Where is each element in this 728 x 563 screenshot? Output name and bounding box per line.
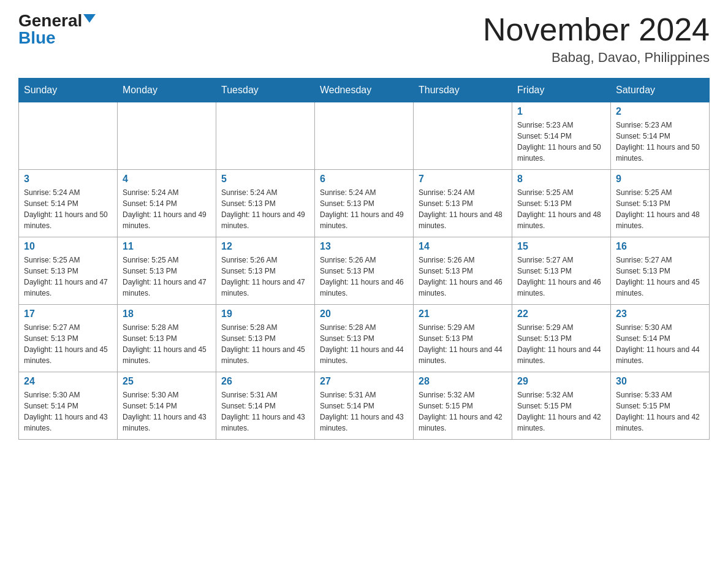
day-number: 4 — [123, 174, 211, 185]
day-number: 20 — [320, 308, 408, 320]
calendar-cell — [216, 102, 315, 170]
day-number: 15 — [517, 241, 605, 252]
day-info: Sunrise: 5:24 AM Sunset: 5:13 PM Dayligh… — [221, 187, 309, 231]
day-info: Sunrise: 5:23 AM Sunset: 5:14 PM Dayligh… — [517, 120, 605, 164]
calendar-cell: 2Sunrise: 5:23 AM Sunset: 5:14 PM Daylig… — [611, 102, 710, 170]
day-number: 21 — [419, 308, 507, 320]
day-number: 6 — [320, 174, 408, 185]
calendar-cell: 23Sunrise: 5:30 AM Sunset: 5:14 PM Dayli… — [611, 305, 710, 372]
day-info: Sunrise: 5:28 AM Sunset: 5:13 PM Dayligh… — [221, 322, 309, 366]
day-number: 26 — [221, 376, 309, 387]
calendar-cell: 12Sunrise: 5:26 AM Sunset: 5:13 PM Dayli… — [216, 237, 315, 305]
calendar-cell: 5Sunrise: 5:24 AM Sunset: 5:13 PM Daylig… — [216, 170, 315, 237]
day-info: Sunrise: 5:24 AM Sunset: 5:14 PM Dayligh… — [24, 187, 112, 231]
day-number: 14 — [419, 241, 507, 252]
day-number: 30 — [616, 376, 704, 387]
day-info: Sunrise: 5:25 AM Sunset: 5:13 PM Dayligh… — [123, 255, 211, 299]
day-number: 12 — [221, 241, 309, 252]
calendar-cell: 28Sunrise: 5:32 AM Sunset: 5:15 PM Dayli… — [414, 372, 512, 440]
day-info: Sunrise: 5:24 AM Sunset: 5:13 PM Dayligh… — [419, 187, 507, 231]
title-area: November 2024 Babag, Davao, Philippines — [483, 12, 710, 66]
day-info: Sunrise: 5:31 AM Sunset: 5:14 PM Dayligh… — [221, 389, 309, 434]
calendar-cell: 15Sunrise: 5:27 AM Sunset: 5:13 PM Dayli… — [512, 237, 611, 305]
calendar-cell: 27Sunrise: 5:31 AM Sunset: 5:14 PM Dayli… — [315, 372, 414, 440]
day-info: Sunrise: 5:24 AM Sunset: 5:14 PM Dayligh… — [123, 187, 211, 231]
day-info: Sunrise: 5:30 AM Sunset: 5:14 PM Dayligh… — [616, 322, 704, 366]
calendar-header-row: SundayMondayTuesdayWednesdayThursdayFrid… — [19, 79, 710, 102]
calendar-cell: 24Sunrise: 5:30 AM Sunset: 5:14 PM Dayli… — [19, 372, 118, 440]
day-info: Sunrise: 5:27 AM Sunset: 5:13 PM Dayligh… — [24, 322, 112, 366]
calendar-cell: 4Sunrise: 5:24 AM Sunset: 5:14 PM Daylig… — [118, 170, 216, 237]
day-number: 28 — [419, 376, 507, 387]
calendar-header-thursday: Thursday — [414, 79, 512, 102]
calendar-cell: 1Sunrise: 5:23 AM Sunset: 5:14 PM Daylig… — [512, 102, 611, 170]
day-info: Sunrise: 5:26 AM Sunset: 5:13 PM Dayligh… — [221, 255, 309, 299]
day-info: Sunrise: 5:25 AM Sunset: 5:13 PM Dayligh… — [517, 187, 605, 231]
calendar-cell: 16Sunrise: 5:27 AM Sunset: 5:13 PM Dayli… — [611, 237, 710, 305]
day-info: Sunrise: 5:32 AM Sunset: 5:15 PM Dayligh… — [517, 389, 605, 434]
calendar-cell: 21Sunrise: 5:29 AM Sunset: 5:13 PM Dayli… — [414, 305, 512, 372]
calendar-header-wednesday: Wednesday — [315, 79, 414, 102]
calendar-header-saturday: Saturday — [611, 79, 710, 102]
calendar-cell: 26Sunrise: 5:31 AM Sunset: 5:14 PM Dayli… — [216, 372, 315, 440]
calendar-cell: 18Sunrise: 5:28 AM Sunset: 5:13 PM Dayli… — [118, 305, 216, 372]
calendar-cell: 9Sunrise: 5:25 AM Sunset: 5:13 PM Daylig… — [611, 170, 710, 237]
day-number: 17 — [24, 308, 112, 320]
day-number: 13 — [320, 241, 408, 252]
calendar-cell: 6Sunrise: 5:24 AM Sunset: 5:13 PM Daylig… — [315, 170, 414, 237]
logo-triangle-icon — [83, 14, 96, 23]
location-title: Babag, Davao, Philippines — [483, 50, 710, 66]
calendar-cell: 8Sunrise: 5:25 AM Sunset: 5:13 PM Daylig… — [512, 170, 611, 237]
day-info: Sunrise: 5:23 AM Sunset: 5:14 PM Dayligh… — [616, 120, 704, 164]
day-info: Sunrise: 5:27 AM Sunset: 5:13 PM Dayligh… — [616, 255, 704, 299]
day-info: Sunrise: 5:31 AM Sunset: 5:14 PM Dayligh… — [320, 389, 408, 434]
day-info: Sunrise: 5:25 AM Sunset: 5:13 PM Dayligh… — [24, 255, 112, 299]
day-info: Sunrise: 5:28 AM Sunset: 5:13 PM Dayligh… — [320, 322, 408, 366]
calendar-cell: 20Sunrise: 5:28 AM Sunset: 5:13 PM Dayli… — [315, 305, 414, 372]
day-info: Sunrise: 5:27 AM Sunset: 5:13 PM Dayligh… — [517, 255, 605, 299]
day-info: Sunrise: 5:33 AM Sunset: 5:15 PM Dayligh… — [616, 389, 704, 434]
calendar-cell: 22Sunrise: 5:29 AM Sunset: 5:13 PM Dayli… — [512, 305, 611, 372]
day-info: Sunrise: 5:30 AM Sunset: 5:14 PM Dayligh… — [123, 389, 211, 434]
day-info: Sunrise: 5:30 AM Sunset: 5:14 PM Dayligh… — [24, 389, 112, 434]
calendar-week-4: 17Sunrise: 5:27 AM Sunset: 5:13 PM Dayli… — [19, 305, 710, 372]
calendar-cell: 3Sunrise: 5:24 AM Sunset: 5:14 PM Daylig… — [19, 170, 118, 237]
day-number: 29 — [517, 376, 605, 387]
day-info: Sunrise: 5:29 AM Sunset: 5:13 PM Dayligh… — [419, 322, 507, 366]
day-number: 5 — [221, 174, 309, 185]
calendar-week-1: 1Sunrise: 5:23 AM Sunset: 5:14 PM Daylig… — [19, 102, 710, 170]
calendar-cell — [118, 102, 216, 170]
day-number: 23 — [616, 308, 704, 320]
calendar-cell: 14Sunrise: 5:26 AM Sunset: 5:13 PM Dayli… — [414, 237, 512, 305]
calendar-week-3: 10Sunrise: 5:25 AM Sunset: 5:13 PM Dayli… — [19, 237, 710, 305]
day-number: 7 — [419, 174, 507, 185]
day-number: 24 — [24, 376, 112, 387]
calendar-header-monday: Monday — [118, 79, 216, 102]
day-number: 8 — [517, 174, 605, 185]
day-info: Sunrise: 5:24 AM Sunset: 5:13 PM Dayligh… — [320, 187, 408, 231]
day-number: 25 — [123, 376, 211, 387]
calendar-cell: 7Sunrise: 5:24 AM Sunset: 5:13 PM Daylig… — [414, 170, 512, 237]
calendar-header-sunday: Sunday — [19, 79, 118, 102]
day-info: Sunrise: 5:32 AM Sunset: 5:15 PM Dayligh… — [419, 389, 507, 434]
calendar-header-friday: Friday — [512, 79, 611, 102]
logo: General Blue — [18, 12, 96, 47]
calendar-table: SundayMondayTuesdayWednesdayThursdayFrid… — [18, 78, 710, 440]
calendar-cell: 30Sunrise: 5:33 AM Sunset: 5:15 PM Dayli… — [611, 372, 710, 440]
day-number: 1 — [517, 106, 605, 117]
day-number: 27 — [320, 376, 408, 387]
calendar-cell — [315, 102, 414, 170]
page-header: General Blue November 2024 Babag, Davao,… — [18, 12, 710, 66]
calendar-cell — [19, 102, 118, 170]
day-number: 2 — [616, 106, 704, 117]
day-number: 10 — [24, 241, 112, 252]
day-info: Sunrise: 5:28 AM Sunset: 5:13 PM Dayligh… — [123, 322, 211, 366]
day-number: 9 — [616, 174, 704, 185]
calendar-week-2: 3Sunrise: 5:24 AM Sunset: 5:14 PM Daylig… — [19, 170, 710, 237]
day-number: 3 — [24, 174, 112, 185]
calendar-cell: 19Sunrise: 5:28 AM Sunset: 5:13 PM Dayli… — [216, 305, 315, 372]
calendar-cell: 25Sunrise: 5:30 AM Sunset: 5:14 PM Dayli… — [118, 372, 216, 440]
logo-blue-text: Blue — [18, 29, 56, 47]
day-number: 19 — [221, 308, 309, 320]
calendar-cell — [414, 102, 512, 170]
